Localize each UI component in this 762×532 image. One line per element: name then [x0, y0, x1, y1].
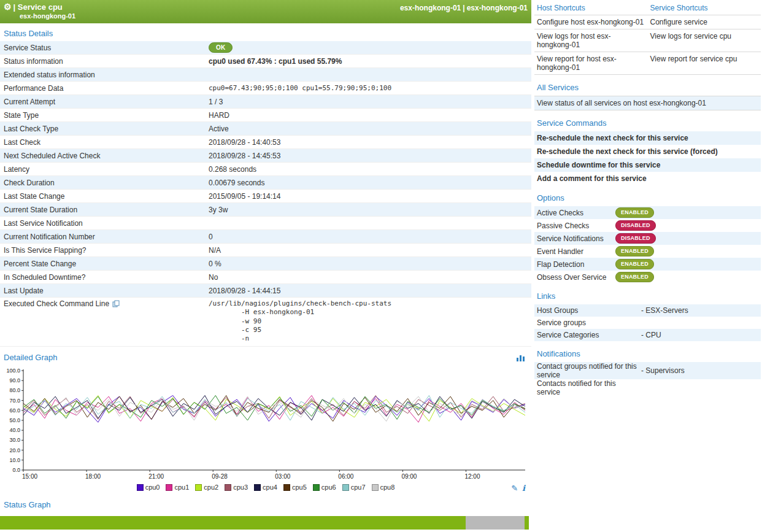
status-row-value: 2018/09/28 - 14:44:15: [209, 287, 531, 295]
bar-chart-icon[interactable]: [517, 354, 525, 361]
kv-label: Service groups: [537, 318, 641, 327]
service-shortcut-link[interactable]: View report for service cpu: [648, 52, 761, 74]
edit-graph-icon[interactable]: ✎: [511, 484, 518, 493]
all-services-link[interactable]: View status of all services on host esx-…: [534, 96, 761, 110]
status-row: Last Service Notification: [0, 217, 531, 230]
service-shortcut-link[interactable]: Configure service: [648, 15, 761, 29]
status-row-value: 0: [209, 233, 531, 241]
legend-label: cpu6: [321, 484, 336, 491]
option-label: Event Handler: [537, 247, 615, 256]
service-command-link[interactable]: Re-schedule the next check for this serv…: [534, 145, 761, 158]
chart-legend: cpu0cpu1cpu2cpu3cpu4cpu5cpu6cpu7cpu8: [0, 484, 531, 491]
link-separator: |: [463, 4, 464, 12]
status-row: Is This Service Flapping?N/A: [0, 244, 531, 257]
service-commands-list: Re-schedule the next check for this serv…: [534, 131, 761, 185]
status-row: Current Attempt1 / 3: [0, 95, 531, 109]
status-graph-bar: [0, 516, 529, 530]
host-shortcut-link[interactable]: View logs for host esx-hongkong-01: [534, 29, 648, 52]
status-row: Check Duration0.00679 seconds: [0, 176, 531, 190]
shortcuts-rows: Configure host esx-hongkong-01Configure …: [534, 15, 761, 75]
host-link[interactable]: esx-hongkong-01: [400, 4, 461, 12]
host-shortcuts-heading: Host Shortcuts: [534, 1, 648, 15]
option-state-badge[interactable]: ENABLED: [615, 259, 654, 269]
status-row-label: Latency: [4, 165, 209, 174]
status-row-label: Current State Duration: [4, 206, 209, 214]
status-row-value: 2018/09/28 - 14:40:53: [209, 138, 531, 147]
option-state-badge[interactable]: ENABLED: [615, 272, 654, 282]
left-panel: ⚙ | Service cpu esx-hongkong-01 esx-hong…: [0, 0, 531, 532]
notification-value[interactable]: - Supervisors: [641, 366, 685, 375]
all-services-heading: All Services: [534, 75, 761, 96]
status-row-value: Active: [209, 125, 531, 133]
page: ⚙ | Service cpu esx-hongkong-01 esx-hong…: [0, 0, 762, 532]
legend-label: cpu2: [204, 484, 218, 491]
option-row: Event HandlerENABLED: [534, 245, 761, 258]
info-icon[interactable]: i: [522, 484, 525, 493]
gear-icon[interactable]: ⚙: [4, 2, 12, 12]
status-row: Current Notification Number0: [0, 230, 531, 244]
kv-row: Contacts notified for this service: [534, 379, 761, 396]
legend-item-cpu6: cpu6: [313, 484, 336, 491]
kv-label: Contact groups notified for this service: [537, 362, 641, 379]
service-shortcuts-heading: Service Shortcuts: [648, 1, 761, 15]
service-command-link[interactable]: Schedule downtime for this service: [534, 158, 761, 172]
svg-text:12:00: 12:00: [464, 473, 480, 480]
service-header: ⚙ | Service cpu esx-hongkong-01 esx-hong…: [0, 0, 531, 23]
service-command-link[interactable]: Add a comment for this service: [534, 172, 761, 185]
link-value[interactable]: - ESX-Servers: [641, 306, 688, 315]
copy-command-icon[interactable]: [112, 300, 120, 307]
option-state-badge[interactable]: ENABLED: [615, 246, 654, 256]
status-row: State TypeHARD: [0, 109, 531, 122]
option-row: Obsess Over ServiceENABLED: [534, 271, 761, 283]
legend-label: cpu7: [351, 484, 366, 491]
notifications-list: Contact groups notified for this service…: [534, 362, 761, 396]
legend-item-cpu0: cpu0: [137, 484, 160, 491]
legend-label: cpu0: [145, 484, 160, 491]
all-services-list: View status of all services on host esx-…: [534, 96, 761, 110]
detailed-graph-heading: Detailed Graph: [4, 353, 57, 362]
status-row: Latency0.268 seconds: [0, 163, 531, 176]
svg-text:20.0: 20.0: [9, 447, 20, 453]
option-state-badge[interactable]: ENABLED: [615, 207, 654, 217]
status-row-label: Last Update: [4, 287, 209, 295]
legend-label: cpu5: [292, 484, 307, 491]
legend-swatch: [313, 484, 320, 491]
legend-swatch: [254, 484, 261, 491]
option-label: Active Checks: [537, 209, 615, 217]
host-shortcut-link[interactable]: Configure host esx-hongkong-01: [534, 15, 648, 29]
status-bar-segment: [525, 516, 529, 530]
svg-text:50.0: 50.0: [9, 417, 20, 423]
status-bar-segment: [0, 516, 466, 530]
svg-text:80.0: 80.0: [9, 388, 20, 394]
status-row-label: Check Duration: [4, 179, 209, 187]
status-row-label: Status information: [4, 57, 209, 66]
status-row: Executed Check Command Line/usr/lib/nagi…: [0, 298, 531, 347]
legend-label: cpu4: [263, 484, 277, 491]
svg-text:30.0: 30.0: [9, 438, 20, 444]
links-list: Host Groups- ESX-ServersService groupsSe…: [534, 304, 761, 341]
service-link[interactable]: esx-hongkong-01: [467, 4, 528, 12]
status-row-value: /usr/lib/nagios/plugins/check-bench-cpu-…: [209, 299, 531, 343]
status-row: Percent State Change0 %: [0, 257, 531, 271]
link-value[interactable]: - CPU: [641, 331, 661, 339]
service-shortcut-link[interactable]: View logs for service cpu: [648, 29, 761, 52]
status-row-label: Current Notification Number: [4, 233, 209, 241]
option-state-badge[interactable]: DISABLED: [615, 220, 656, 230]
service-command-link[interactable]: Re-schedule the next check for this serv…: [534, 131, 761, 145]
svg-text:18:00: 18:00: [85, 473, 101, 480]
host-shortcut-link[interactable]: View report for host esx-hongkong-01: [534, 52, 648, 74]
status-details-heading: Status Details: [0, 23, 531, 41]
shortcut-row: View report for host esx-hongkong-01View…: [534, 52, 761, 75]
status-row-value: 3y 3w: [209, 206, 531, 214]
status-row-value: 1 / 3: [209, 98, 531, 106]
legend-label: cpu3: [233, 484, 248, 491]
option-state-badge[interactable]: DISABLED: [615, 233, 656, 243]
links-heading: Links: [534, 283, 761, 304]
option-label: Obsess Over Service: [537, 273, 615, 282]
status-row: In Scheduled Downtime?No: [0, 271, 531, 284]
status-row-label: Last Service Notification: [4, 219, 209, 228]
svg-text:10.0: 10.0: [9, 457, 20, 463]
status-row-label: Extended status information: [4, 71, 209, 79]
host-subtitle: esx-hongkong-01: [20, 12, 528, 20]
legend-swatch: [342, 484, 349, 491]
